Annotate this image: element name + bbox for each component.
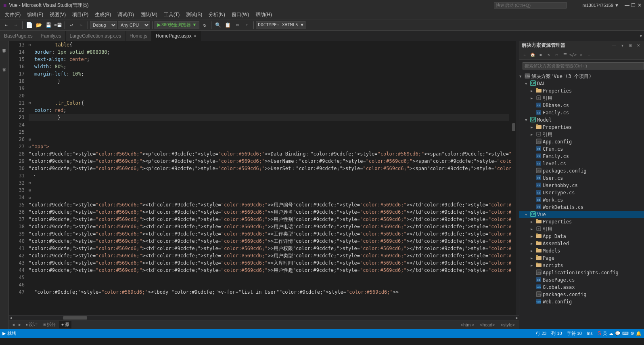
debug-mode-select[interactable]: Debug Release	[90, 21, 117, 29]
tree-arrow-expanded[interactable]: ▼	[525, 116, 530, 124]
se-back-btn[interactable]: ←	[521, 51, 528, 59]
code-content[interactable]: ⊟ table { border: 1px solid #808080; tex…	[27, 41, 511, 315]
tree-item-BasePage-cs[interactable]: csBasePage.cs	[519, 276, 644, 284]
se-collapse-btn[interactable]: ⊟	[553, 51, 560, 59]
menu-team[interactable]: 团队(M)	[137, 11, 161, 19]
h-scroll-thumb[interactable]	[63, 316, 87, 320]
code-line-32[interactable]: ⊟	[29, 179, 509, 187]
tree-item-Family-cs[interactable]: csFamily.cs	[519, 153, 644, 160]
tab-close-homepage[interactable]: ✕	[193, 34, 197, 38]
tree-item-scripts[interactable]: ▶scripts	[519, 262, 644, 269]
se-props-btn[interactable]: ■	[537, 51, 544, 59]
tree-item-Assembled[interactable]: ▶Assembled	[519, 240, 644, 247]
tree-item-Properties[interactable]: ▶Properties	[519, 218, 644, 225]
tree-arrow-collapsed[interactable]: ▶	[531, 255, 535, 262]
se-refresh-btn[interactable]: ↻	[545, 51, 552, 59]
code-line-24[interactable]	[29, 121, 509, 128]
tree-item-CFun-cs[interactable]: csCFun.cs	[519, 145, 644, 153]
nav-forward-btn[interactable]: →	[11, 21, 20, 29]
code-line-20[interactable]	[29, 92, 509, 99]
breadcrumb-html[interactable]: <html>	[458, 322, 477, 328]
se-home-btn[interactable]: 🏠	[529, 51, 536, 59]
tree-item-Web-config[interactable]: webWeb.config	[519, 298, 644, 305]
code-line-40[interactable]: "color:#9cdcfe;">style="color:#569cd6;">…	[29, 238, 509, 245]
tree-item-level-cs[interactable]: cslevel.cs	[519, 160, 644, 167]
tree-item-App-Data[interactable]: ▶App_Data	[519, 233, 644, 240]
collapse-btn-21[interactable]: ⊟	[29, 99, 31, 107]
code-line-14[interactable]: border: 1px solid #808080;	[29, 48, 509, 56]
solution-tree[interactable]: ▼sln解决方案'Vue'(3 个项目)▼C#DAL▶Properties▶≡引…	[519, 72, 644, 329]
collapse-btn-27[interactable]: ⊟	[29, 143, 31, 150]
code-line-47[interactable]: "color:#9cdcfe;">style="color:#569cd6;">…	[29, 288, 509, 296]
tree-item-Global-asax[interactable]: webGlobal.asax	[519, 284, 644, 291]
tree-arrow-collapsed[interactable]: ▶	[531, 262, 535, 269]
code-line-42[interactable]: "color:#9cdcfe;">style="color:#569cd6;">…	[29, 252, 509, 259]
tree-item---[interactable]: ▶≡引用	[519, 225, 644, 233]
tree-item-ApplicationInsights-config[interactable]: cfgApplicationInsights.config	[519, 269, 644, 276]
tab-largecollection[interactable]: LargeCollection.aspx.cs	[66, 31, 125, 41]
tree-item-App-config[interactable]: cfgApp.config	[519, 138, 644, 145]
se-extra-btn[interactable]: ⊠	[577, 51, 585, 59]
tree-arrow-collapsed[interactable]: ▶	[531, 247, 535, 255]
bottom-nav-right[interactable]: ▶	[17, 322, 23, 328]
tree-item-Models[interactable]: ▶Models	[519, 247, 644, 255]
tree-item-Properties[interactable]: ▶Properties	[519, 87, 644, 95]
code-line-41[interactable]: "color:#9cdcfe;">style="color:#569cd6;">…	[29, 245, 509, 252]
code-line-36[interactable]: "color:#9cdcfe;">style="color:#569cd6;">…	[29, 208, 509, 216]
horizontal-scrollbar[interactable]: ◀ ▶	[9, 315, 519, 320]
scroll-left-btn[interactable]: ◀	[10, 316, 12, 320]
code-line-22[interactable]: color: red;	[29, 107, 509, 114]
breadcrumb-head[interactable]: <head>	[477, 322, 497, 328]
collapse-btn-33[interactable]: ⊟	[29, 187, 31, 194]
tree-item-Model[interactable]: ▼C#Model	[519, 116, 644, 124]
menu-file[interactable]: 文件(F)	[2, 11, 24, 19]
split-tab[interactable]: ⊞ 拆分	[41, 321, 58, 328]
vertical-scrollbar[interactable]	[511, 41, 516, 315]
collapse-btn-13[interactable]: ⊟	[29, 41, 31, 48]
code-line-31[interactable]	[29, 172, 509, 179]
code-container[interactable]: 1314151617181920212223242526272829303132…	[9, 41, 519, 315]
collapse-btn-26[interactable]: ⊟	[29, 136, 31, 143]
tree-item-UserType-cs[interactable]: csUserType.cs	[519, 189, 644, 196]
tree-item-User-cs[interactable]: csUser.cs	[519, 175, 644, 182]
tree-item-WorkDetails-cs[interactable]: csWorkDetails.cs	[519, 204, 644, 211]
menu-help[interactable]: 帮助(H)	[252, 11, 275, 19]
design-tab[interactable]: ■ 设计	[23, 321, 40, 328]
code-line-19[interactable]	[29, 85, 509, 92]
menu-project[interactable]: 项目(P)	[69, 11, 92, 19]
code-line-39[interactable]: "color:#9cdcfe;">style="color:#569cd6;">…	[29, 230, 509, 238]
menu-debug[interactable]: 调试(D)	[114, 11, 137, 19]
refresh-btn[interactable]: ↻	[200, 21, 209, 29]
nav-back-btn[interactable]: ←	[2, 21, 10, 29]
code-line-34[interactable]: ⊟	[29, 194, 509, 201]
code-line-33[interactable]: ⊟	[29, 187, 509, 194]
user-label[interactable]: m13817475159 ▼	[583, 3, 619, 8]
collapse-btn-32[interactable]: ⊟	[29, 179, 31, 187]
undo-btn[interactable]: ↩	[67, 21, 76, 29]
tab-family[interactable]: Family.cs	[37, 31, 66, 41]
tree-arrow-collapsed[interactable]: ▶	[531, 240, 535, 247]
code-line-21[interactable]: ⊟ .tr_Color {	[29, 99, 509, 107]
open-btn[interactable]: 📂	[34, 21, 43, 29]
bottom-nav-left[interactable]: ◀	[10, 322, 16, 328]
tree-arrow-collapsed[interactable]: ▶	[531, 225, 535, 233]
tree-item---[interactable]: ▶≡引用	[519, 95, 644, 102]
source-tab[interactable]: ◈ 源	[59, 321, 71, 328]
scroll-thumb[interactable]	[512, 123, 515, 131]
code-line-16[interactable]: width: 80%;	[29, 63, 509, 70]
tree-item-DAL[interactable]: ▼C#DAL	[519, 80, 644, 87]
menu-window[interactable]: 窗口(W)	[228, 11, 252, 19]
doctype-select[interactable]: DOCTYPE: XHTML5 ▼	[256, 21, 305, 29]
code-line-17[interactable]: margin-left: 10%;	[29, 70, 509, 78]
maximize-btn[interactable]: ❐	[629, 2, 634, 8]
menu-analyze[interactable]: 分析(N)	[205, 11, 228, 19]
code-line-13[interactable]: ⊟ table {	[29, 41, 509, 48]
se-minus-btn[interactable]: —	[585, 51, 593, 59]
tree-arrow-expanded[interactable]: ▼	[519, 73, 524, 80]
code-line-29[interactable]: "color:#9cdcfe;">style="color:#569cd6;">…	[29, 158, 509, 165]
tree-item-Work-cs[interactable]: csWork.cs	[519, 196, 644, 204]
code-line-18[interactable]: }	[29, 78, 509, 85]
tree-arrow-collapsed[interactable]: ▶	[531, 95, 535, 102]
tree-arrow-collapsed[interactable]: ▶	[531, 218, 535, 225]
code-line-35[interactable]: "color:#9cdcfe;">style="color:#569cd6;">…	[29, 201, 509, 208]
